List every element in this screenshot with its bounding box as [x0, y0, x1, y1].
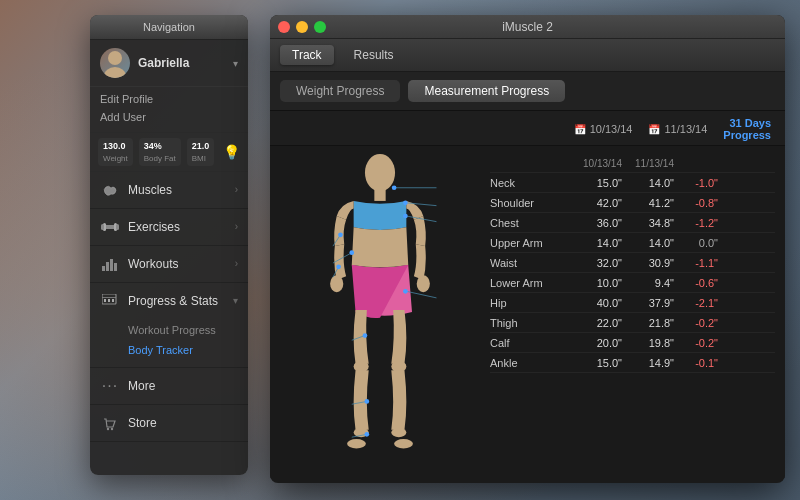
nav-title-text: Navigation — [143, 21, 195, 33]
svg-point-37 — [338, 232, 343, 237]
svg-point-35 — [403, 214, 408, 219]
workouts-chevron-icon: › — [235, 258, 238, 269]
tab-results[interactable]: Results — [342, 45, 406, 65]
sub-tab-measurement[interactable]: Measurement Progress — [408, 80, 565, 102]
svg-point-0 — [108, 51, 122, 65]
table-row: Waist 32.0" 30.9" -1.1" — [490, 253, 775, 273]
svg-rect-10 — [114, 263, 117, 271]
user-chevron-icon[interactable]: ▾ — [233, 58, 238, 69]
date-col-2: 📅 11/13/14 — [648, 123, 707, 135]
maximize-button[interactable] — [314, 21, 326, 33]
svg-point-1 — [104, 67, 126, 78]
svg-rect-8 — [106, 262, 109, 271]
lightbulb-icon[interactable]: 💡 — [223, 144, 240, 160]
workout-progress-link[interactable]: Workout Progress — [128, 321, 238, 341]
table-row: Chest 36.0" 34.8" -1.2" — [490, 213, 775, 233]
svg-rect-9 — [110, 259, 113, 271]
bmi-value: 21.0 — [192, 140, 210, 153]
meas-val2: 41.2" — [622, 197, 674, 209]
meas-val2: 9.4" — [622, 277, 674, 289]
svg-point-47 — [364, 399, 369, 404]
meas-val1: 40.0" — [570, 297, 622, 309]
sidebar-item-progress[interactable]: Progress & Stats ▾ — [90, 283, 248, 319]
body-tracker-link[interactable]: Body Tracker — [128, 341, 238, 361]
measurement-progress-label: Measurement Progress — [424, 84, 549, 98]
sidebar-item-exercises[interactable]: Exercises › — [90, 209, 248, 246]
more-label: More — [128, 379, 238, 393]
progress-section: Progress & Stats ▾ Workout Progress Body… — [90, 283, 248, 368]
tab-track[interactable]: Track — [280, 45, 334, 65]
meas-val1: 36.0" — [570, 217, 622, 229]
imuscle-window: iMuscle 2 Track Results Weight Progress … — [270, 15, 785, 483]
meas-val2: 30.9" — [622, 257, 674, 269]
sidebar-item-workouts[interactable]: Workouts › — [90, 246, 248, 283]
meas-val2: 21.8" — [622, 317, 674, 329]
exercises-label: Exercises — [128, 220, 235, 234]
svg-point-29 — [394, 439, 413, 448]
meas-label: Lower Arm — [490, 277, 570, 289]
edit-profile-link[interactable]: Edit Profile — [100, 91, 238, 109]
svg-rect-5 — [101, 224, 104, 230]
meas-label: Shoulder — [490, 197, 570, 209]
sidebar-item-more[interactable]: ··· More — [90, 368, 248, 405]
meas-val1: 32.0" — [570, 257, 622, 269]
svg-point-19 — [111, 427, 113, 429]
days-progress: 31 Days Progress — [723, 117, 771, 141]
window-controls — [278, 21, 326, 33]
minimize-button[interactable] — [296, 21, 308, 33]
table-row: Neck 15.0" 14.0" -1.0" — [490, 173, 775, 193]
exercises-chevron-icon: › — [235, 221, 238, 232]
tab-track-label: Track — [292, 48, 322, 62]
content-area: Weight Progress Measurement Progress 📅 1… — [270, 72, 785, 478]
meas-label: Chest — [490, 217, 570, 229]
meas-val2: 19.8" — [622, 337, 674, 349]
meas-val1: 10.0" — [570, 277, 622, 289]
nav-user-section[interactable]: Gabriella ▾ — [90, 40, 248, 87]
svg-point-23 — [417, 275, 430, 292]
more-icon: ··· — [100, 377, 120, 395]
svg-point-33 — [403, 200, 408, 205]
muscles-chevron-icon: › — [235, 184, 238, 195]
meas-change: -1.1" — [674, 257, 718, 269]
bodyfat-value: 34% — [144, 140, 176, 153]
meas-col-date2: 11/13/14 — [622, 158, 674, 169]
body-section: 10/13/14 11/13/14 Neck 15.0" 14.0" -1.0"… — [270, 146, 785, 478]
svg-rect-15 — [104, 299, 106, 302]
meas-label: Thigh — [490, 317, 570, 329]
measurements-table: 10/13/14 11/13/14 Neck 15.0" 14.0" -1.0"… — [490, 146, 785, 478]
meas-change: -0.1" — [674, 357, 718, 369]
meas-val2: 34.8" — [622, 217, 674, 229]
meas-change: -1.0" — [674, 177, 718, 189]
meas-label: Calf — [490, 337, 570, 349]
sub-tabs: Weight Progress Measurement Progress — [270, 72, 785, 111]
window-titlebar: iMuscle 2 — [270, 15, 785, 39]
table-row: Calf 20.0" 19.8" -0.2" — [490, 333, 775, 353]
weight-progress-label: Weight Progress — [296, 84, 384, 98]
progress-submenu: Workout Progress Body Tracker — [90, 319, 248, 367]
svg-rect-16 — [108, 299, 110, 302]
sub-tab-weight[interactable]: Weight Progress — [280, 80, 400, 102]
close-button[interactable] — [278, 21, 290, 33]
weight-label: Weight — [103, 153, 128, 164]
progress-icon — [100, 292, 120, 310]
sidebar-item-store[interactable]: Store — [90, 405, 248, 442]
add-user-link[interactable]: Add User — [100, 109, 238, 127]
muscles-label: Muscles — [128, 183, 235, 197]
meas-val2: 14.0" — [622, 237, 674, 249]
meas-label: Hip — [490, 297, 570, 309]
weight-stat: 130.0 Weight — [98, 138, 133, 166]
sidebar-item-muscles[interactable]: Muscles › — [90, 172, 248, 209]
meas-change: -2.1" — [674, 297, 718, 309]
bodyfat-label: Body Fat — [144, 153, 176, 164]
meas-header-row: 10/13/14 11/13/14 — [490, 154, 775, 173]
window-toolbar: Track Results — [270, 39, 785, 72]
meas-val1: 22.0" — [570, 317, 622, 329]
svg-point-31 — [392, 185, 397, 190]
table-row: Hip 40.0" 37.9" -2.1" — [490, 293, 775, 313]
meas-change: 0.0" — [674, 237, 718, 249]
calendar-icon-2: 📅 — [648, 124, 660, 135]
meas-label: Waist — [490, 257, 570, 269]
meas-val1: 15.0" — [570, 177, 622, 189]
svg-point-43 — [403, 289, 408, 294]
date-col-1: 📅 10/13/14 — [574, 123, 633, 135]
